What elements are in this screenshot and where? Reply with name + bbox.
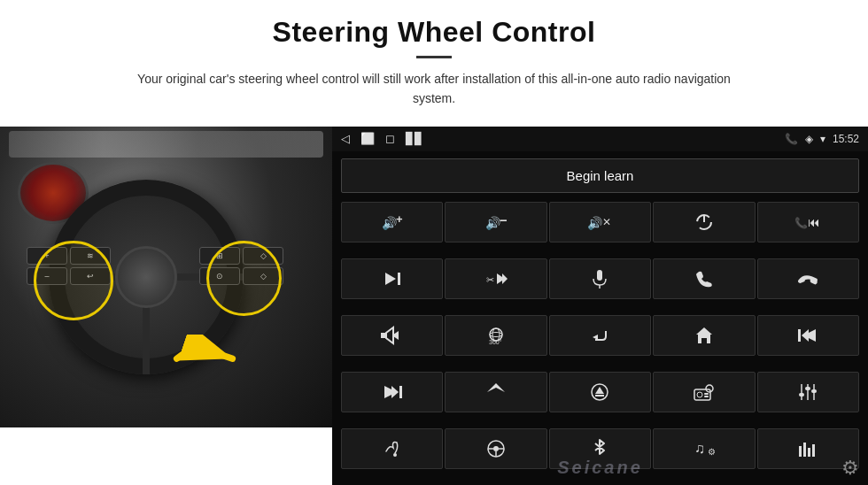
steering-hub [115,246,177,308]
svg-text:✕: ✕ [602,216,611,228]
svg-marker-26 [696,327,712,343]
steering-ctrl-button[interactable] [445,428,546,469]
settings-sliders-button[interactable] [757,372,859,412]
steering-wheel-image: + ≋ – ↩ ⊞ ◇ ⊙ ◇ [0,127,332,427]
steering-bg: + ≋ – ↩ ⊞ ◇ ⊙ ◇ [0,127,332,427]
navigate-button[interactable] [445,372,546,412]
svg-rect-47 [811,389,817,393]
power-button[interactable] [653,202,755,242]
music-settings-button[interactable]: ♫ ⚙ [653,428,755,469]
gps-status-icon: ◈ [805,133,813,145]
svg-text:⚙: ⚙ [708,447,716,457]
svg-marker-20 [381,333,386,338]
svg-marker-18 [386,327,393,343]
skip-back-button[interactable] [757,315,859,356]
vol-down-button[interactable]: 🔊– [445,202,546,242]
status-right: 📞 ◈ ▾ 15:52 [785,133,859,145]
view-360-button[interactable]: 360° [445,315,546,356]
svg-text:🔊: 🔊 [587,216,603,231]
highlight-circle-left [34,241,113,320]
wifi-status-icon: ▾ [820,133,825,145]
status-time: 15:52 [833,133,859,145]
mute-button[interactable]: 🔊✕ [549,202,651,242]
speaker-back-button[interactable] [341,315,443,356]
arrow-container [173,335,252,382]
mic2-button[interactable] [341,428,443,469]
svg-marker-11 [385,273,396,285]
svg-rect-41 [704,396,709,397]
phone-prev-button[interactable]: 📞 ⏮ [757,202,859,242]
icon-grid: 🔊+ 🔊– 🔊✕ 📞 ⏮ [332,200,868,485]
subtitle: Your original car's steering wheel contr… [124,69,744,109]
status-bar: ◁ ⬜ ◻ ▊▊ 📞 ◈ ▾ 15:52 [332,127,868,151]
arrow-svg [173,335,252,379]
phone-status-icon: 📞 [785,133,798,145]
svg-text:♫: ♫ [694,441,705,456]
svg-rect-27 [798,329,801,342]
phone-button[interactable] [653,258,755,299]
dashboard-top [9,131,323,158]
svg-rect-40 [704,393,709,395]
fast-forward-stop-button[interactable]: ✂ [445,258,546,299]
svg-rect-30 [399,386,402,398]
svg-point-48 [393,453,397,457]
svg-rect-58 [808,448,810,457]
page-container: Steering Wheel Control Your original car… [0,0,868,485]
svg-marker-29 [802,329,809,342]
begin-learn-button[interactable]: Begin learn [341,158,859,193]
svg-text:⏮: ⏮ [808,215,820,229]
svg-point-23 [490,332,502,336]
svg-rect-45 [805,387,810,390]
bluetooth-button[interactable] [549,428,651,469]
return-button[interactable] [549,315,651,356]
svg-point-39 [697,392,702,397]
svg-marker-33 [487,383,505,392]
begin-learn-row: Begin learn [332,151,868,200]
status-left: ◁ ⬜ ◻ ▊▊ [341,132,423,145]
spoke-bottom [143,304,150,374]
svg-rect-16 [597,270,602,281]
next-track-button[interactable] [341,258,443,299]
home-icon[interactable]: ⬜ [360,132,375,145]
svg-marker-32 [391,386,399,398]
hangup-button[interactable] [757,258,859,299]
svg-rect-36 [595,395,604,396]
page-title: Steering Wheel Control [35,16,833,49]
home-nav-button[interactable] [653,315,755,356]
svg-rect-46 [799,393,804,396]
vol-up-button[interactable]: 🔊+ [341,202,443,242]
recents-icon[interactable]: ◻ [385,132,395,145]
svg-text:📞: 📞 [794,216,808,229]
svg-rect-56 [799,446,802,457]
header-section: Steering Wheel Control Your original car… [0,0,868,118]
gear-settings-icon[interactable]: ⚙ [841,457,859,480]
svg-text:✂: ✂ [486,274,494,285]
signal-icon: ▊▊ [406,132,423,145]
title-divider [416,56,452,58]
svg-text:360°: 360° [489,339,502,345]
svg-marker-15 [502,273,508,284]
mic-button[interactable] [549,258,651,299]
skip-forward-button[interactable] [341,372,443,412]
radio-button[interactable] [653,372,755,412]
highlight-circle-right [206,241,282,316]
content-section: + ≋ – ↩ ⊞ ◇ ⊙ ◇ [0,127,868,485]
svg-rect-12 [398,273,400,285]
svg-point-50 [493,446,499,451]
headunit: ◁ ⬜ ◻ ▊▊ 📞 ◈ ▾ 15:52 Begin learn [332,127,868,485]
svg-rect-57 [803,443,806,457]
eject-button[interactable] [549,372,651,412]
svg-rect-59 [812,444,815,457]
svg-marker-35 [595,387,604,394]
svg-text:+: + [396,213,403,226]
svg-point-38 [706,385,713,392]
svg-text:–: – [500,213,507,227]
back-icon[interactable]: ◁ [341,132,350,145]
